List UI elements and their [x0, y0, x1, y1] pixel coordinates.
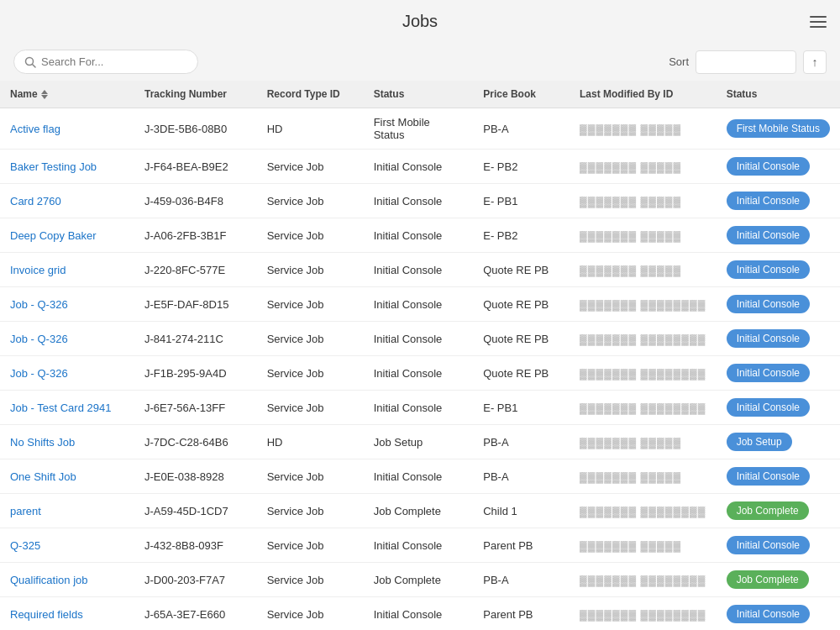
status-badge: Initial Console: [727, 536, 810, 554]
search-input[interactable]: [41, 55, 187, 68]
table-row: Qualification job J-D00-203-F7A7 Service…: [0, 563, 840, 597]
cell-name: No Shifts Job: [0, 425, 134, 459]
cell-record-type: Service Job: [257, 494, 364, 528]
cell-last-modified: ▓▓▓▓▓▓▓ ▓▓▓▓▓: [570, 528, 717, 563]
cell-status: Job Complete: [364, 563, 474, 597]
cell-name: Job - Q-326: [0, 287, 134, 322]
cell-status: Initial Console: [364, 391, 474, 425]
cell-tracking: J-459-036-B4F8: [134, 184, 257, 218]
job-name-link[interactable]: Baker Testing Job: [10, 160, 97, 173]
job-name-link[interactable]: Qualification job: [10, 574, 88, 586]
cell-badge: Initial Console: [717, 391, 840, 425]
jobs-table: Name Tracking Number Record Type ID Stat…: [0, 81, 840, 630]
job-name-link[interactable]: No Shifts Job: [10, 436, 75, 449]
cell-record-type: Service Job: [257, 391, 364, 425]
cell-record-type: HD: [257, 108, 364, 150]
job-name-link[interactable]: One Shift Job: [10, 470, 76, 483]
col-last-modified: Last Modified By ID: [570, 81, 717, 108]
header: Jobs: [0, 0, 840, 43]
job-name-link[interactable]: parent: [10, 505, 41, 517]
col-status-badge: Status: [717, 81, 840, 108]
menu-button[interactable]: [810, 16, 827, 28]
status-badge: Job Complete: [727, 570, 809, 589]
cell-status: Initial Console: [364, 218, 474, 253]
cell-price-book: Quote RE PB: [473, 253, 570, 287]
status-badge: Initial Console: [727, 329, 810, 348]
table-row: No Shifts Job J-7DC-C28-64B6 HD Job Setu…: [0, 425, 840, 459]
cell-record-type: Service Job: [257, 563, 364, 597]
blurred-modified-by: ▓▓▓▓▓▓▓ ▓▓▓▓▓: [580, 540, 681, 552]
table-row: Active flag J-3DE-5B6-08B0 HD First Mobi…: [0, 108, 840, 150]
name-sort-icons[interactable]: [41, 90, 48, 99]
cell-price-book: Quote RE PB: [473, 356, 570, 391]
cell-last-modified: ▓▓▓▓▓▓▓ ▓▓▓▓▓▓▓▓: [570, 287, 717, 322]
status-badge: Initial Console: [727, 157, 810, 176]
cell-record-type: HD: [257, 425, 364, 459]
cell-status: Initial Console: [364, 287, 474, 322]
col-status: Status: [364, 81, 474, 108]
cell-tracking: J-432-8B8-093F: [134, 528, 257, 563]
cell-last-modified: ▓▓▓▓▓▓▓ ▓▓▓▓▓: [570, 150, 717, 184]
cell-status: First Mobile Status: [364, 108, 474, 150]
cell-status: Job Complete: [364, 494, 474, 528]
cell-record-type: Service Job: [257, 459, 364, 494]
job-name-link[interactable]: Required fields: [10, 608, 83, 621]
cell-record-type: Service Job: [257, 218, 364, 253]
cell-status: Initial Console: [364, 322, 474, 356]
sort-direction-button[interactable]: ↑: [803, 50, 827, 74]
cell-last-modified: ▓▓▓▓▓▓▓ ▓▓▓▓▓▓▓▓: [570, 563, 717, 597]
table-row: Job - Test Card 2941 J-6E7-56A-13FF Serv…: [0, 391, 840, 425]
job-name-link[interactable]: Job - Test Card 2941: [10, 402, 111, 414]
cell-tracking: J-6E7-56A-13FF: [134, 391, 257, 425]
cell-status: Initial Console: [364, 356, 474, 391]
cell-name: Active flag: [0, 108, 134, 150]
cell-badge: Initial Console: [717, 528, 840, 563]
blurred-modified-by: ▓▓▓▓▓▓▓ ▓▓▓▓▓▓▓▓: [580, 609, 706, 621]
cell-last-modified: ▓▓▓▓▓▓▓ ▓▓▓▓▓: [570, 218, 717, 253]
job-name-link[interactable]: Active flag: [10, 123, 60, 135]
search-icon: [24, 56, 36, 68]
sort-input-box[interactable]: [696, 50, 796, 74]
job-name-link[interactable]: Job - Q-326: [10, 298, 68, 311]
cell-tracking: J-E0E-038-8928: [134, 459, 257, 494]
cell-badge: Initial Console: [717, 356, 840, 391]
job-name-link[interactable]: Job - Q-326: [10, 333, 68, 345]
cell-status: Initial Console: [364, 150, 474, 184]
job-name-link[interactable]: Q-325: [10, 539, 40, 552]
cell-record-type: Service Job: [257, 356, 364, 391]
job-name-link[interactable]: Job - Q-326: [10, 367, 68, 380]
cell-last-modified: ▓▓▓▓▓▓▓ ▓▓▓▓▓▓▓▓: [570, 322, 717, 356]
table-row: Job - Q-326 J-841-274-211C Service Job I…: [0, 322, 840, 356]
cell-name: parent: [0, 494, 134, 528]
cell-price-book: PB-A: [473, 459, 570, 494]
cell-price-book: E- PB1: [473, 184, 570, 218]
job-name-link[interactable]: Invoice grid: [10, 264, 66, 276]
cell-tracking: J-65A-3E7-E660: [134, 597, 257, 631]
blurred-modified-by: ▓▓▓▓▓▓▓ ▓▓▓▓▓▓▓▓: [580, 368, 706, 380]
blurred-modified-by: ▓▓▓▓▓▓▓ ▓▓▓▓▓▓▓▓: [580, 402, 706, 414]
cell-last-modified: ▓▓▓▓▓▓▓ ▓▓▓▓▓▓▓▓: [570, 391, 717, 425]
cell-name: Qualification job: [0, 563, 134, 597]
search-box: [13, 50, 198, 74]
cell-record-type: Service Job: [257, 184, 364, 218]
cell-tracking: J-841-274-211C: [134, 322, 257, 356]
cell-price-book: Parent PB: [473, 597, 570, 631]
col-tracking: Tracking Number: [134, 81, 257, 108]
status-badge: Job Setup: [727, 433, 792, 451]
col-name: Name: [0, 81, 134, 108]
cell-tracking: J-F1B-295-9A4D: [134, 356, 257, 391]
cell-last-modified: ▓▓▓▓▓▓▓ ▓▓▓▓▓: [570, 253, 717, 287]
cell-last-modified: ▓▓▓▓▓▓▓ ▓▓▓▓▓: [570, 184, 717, 218]
table-row: One Shift Job J-E0E-038-8928 Service Job…: [0, 459, 840, 494]
cell-badge: Initial Console: [717, 597, 840, 631]
job-name-link[interactable]: Deep Copy Baker: [10, 229, 97, 242]
cell-badge: Job Complete: [717, 494, 840, 528]
cell-price-book: PB-A: [473, 425, 570, 459]
job-name-link[interactable]: Card 2760: [10, 195, 61, 207]
status-badge: Initial Console: [727, 260, 810, 279]
cell-record-type: Service Job: [257, 597, 364, 631]
cell-badge: Initial Console: [717, 184, 840, 218]
status-badge: Initial Console: [727, 226, 810, 244]
blurred-modified-by: ▓▓▓▓▓▓▓ ▓▓▓▓▓: [580, 123, 681, 135]
cell-record-type: Service Job: [257, 150, 364, 184]
